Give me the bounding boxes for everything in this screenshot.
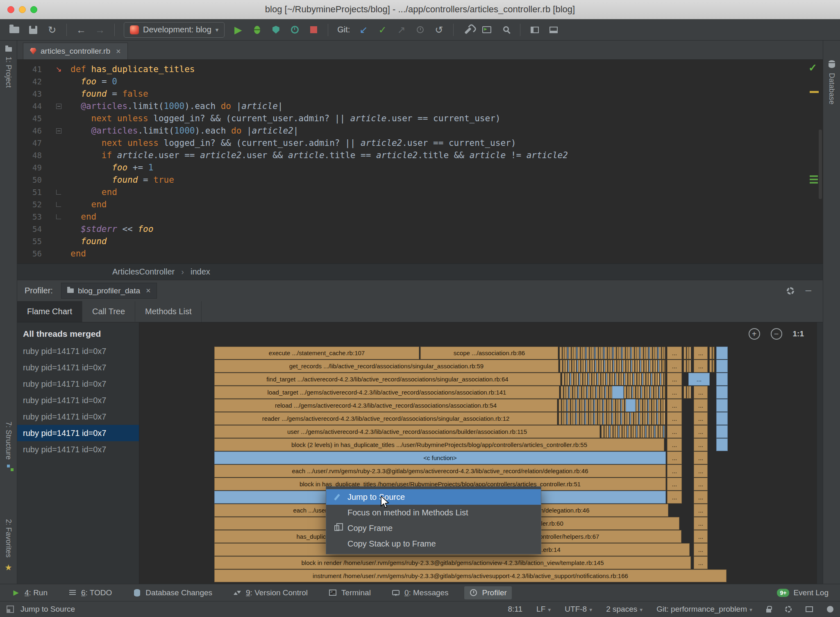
run-config-select[interactable]: Development: blog ▾ bbox=[124, 22, 225, 38]
flame-bar[interactable]: ... bbox=[667, 491, 682, 504]
sidebar-item-favorites[interactable]: 2: Favorites ★ bbox=[0, 519, 17, 572]
vcs-push-button[interactable]: ↗ bbox=[393, 22, 410, 38]
flame-bar[interactable]: execute .../statement_cache.rb:107 bbox=[214, 347, 419, 359]
toolwindow-button-9-version-control[interactable]: 9: Version Control bbox=[228, 586, 313, 599]
debug-button[interactable] bbox=[248, 22, 266, 38]
thread-item[interactable]: ruby pid=14171 id=0x7 bbox=[17, 343, 139, 359]
flame-bar[interactable]: ... bbox=[694, 360, 708, 372]
zoom-in-icon[interactable]: + bbox=[749, 328, 760, 340]
menu-item-jump-to-source[interactable]: Jump to Source bbox=[326, 489, 541, 505]
flame-bar[interactable]: ... bbox=[694, 530, 708, 543]
flame-bar[interactable]: ... bbox=[694, 556, 708, 569]
fullscreen-window-button[interactable] bbox=[30, 6, 37, 13]
thread-item[interactable]: ruby pid=14171 id=0x7 bbox=[17, 359, 139, 376]
toolwindow-button-profiler[interactable]: Profiler bbox=[464, 586, 512, 599]
editor-tab-articles-controller[interactable]: articles_controller.rb × bbox=[23, 43, 128, 59]
sidebar-item-project[interactable]: 1: Project bbox=[0, 47, 17, 88]
flame-bar[interactable]: reader .../gems/activerecord-4.2.3/lib/a… bbox=[214, 412, 557, 425]
flame-bar[interactable] bbox=[716, 425, 728, 438]
vcs-history-button[interactable] bbox=[411, 22, 429, 38]
screen-icon[interactable] bbox=[806, 606, 813, 612]
flame-bar[interactable]: ... bbox=[694, 425, 708, 438]
flame-bar[interactable]: user .../gems/activerecord-4.2.3/lib/act… bbox=[214, 425, 600, 438]
close-window-button[interactable] bbox=[7, 6, 14, 13]
tab-call-tree[interactable]: Call Tree bbox=[82, 301, 135, 322]
flame-bar[interactable]: ... bbox=[694, 412, 708, 425]
flame-bar[interactable]: ... bbox=[694, 478, 708, 490]
thread-item[interactable]: ruby pid=14171 id=0x7 bbox=[17, 392, 139, 408]
flame-bar[interactable] bbox=[716, 347, 728, 359]
flame-bar[interactable]: ... bbox=[667, 373, 682, 386]
menu-item-copy-stack-up-to-frame[interactable]: Copy Stack up to Frame bbox=[326, 536, 541, 551]
flame-bar[interactable]: ... bbox=[667, 399, 682, 412]
toolwindow-button-4-run[interactable]: ▶4: Run bbox=[7, 586, 52, 599]
forward-button[interactable]: → bbox=[91, 22, 109, 38]
flame-bar[interactable]: ... bbox=[694, 386, 708, 399]
toolwindow-button-event-log[interactable]: 9+ Event Log bbox=[772, 586, 833, 599]
flame-bar[interactable]: ... bbox=[694, 504, 708, 517]
thread-item[interactable]: ruby pid=14171 id=0x7 bbox=[17, 425, 139, 441]
minimize-window-button[interactable] bbox=[19, 6, 26, 13]
flame-bar[interactable]: ... bbox=[667, 425, 682, 438]
tab-methods-list[interactable]: Methods List bbox=[135, 301, 202, 322]
settings-button[interactable] bbox=[459, 22, 477, 38]
fold-icon[interactable] bbox=[56, 104, 61, 109]
lock-icon[interactable] bbox=[766, 609, 771, 612]
flame-bar[interactable]: ... bbox=[667, 347, 682, 359]
flame-bar[interactable] bbox=[612, 386, 624, 399]
flame-bar[interactable] bbox=[560, 360, 665, 372]
toolwindow-button-database-changes[interactable]: Database Changes bbox=[127, 586, 217, 599]
flame-bar[interactable] bbox=[709, 347, 715, 359]
zoom-reset-button[interactable]: 1:1 bbox=[793, 329, 804, 338]
flame-bar[interactable] bbox=[716, 373, 728, 386]
vcs-update-button[interactable]: ↙ bbox=[355, 22, 372, 38]
flame-bar[interactable]: ... bbox=[667, 478, 682, 490]
flame-bar[interactable]: ... bbox=[667, 412, 682, 425]
toolwindow-button-terminal[interactable]: Terminal bbox=[323, 586, 376, 599]
flame-bar[interactable]: ... bbox=[667, 386, 682, 399]
settings-gear-icon[interactable] bbox=[785, 606, 792, 612]
flame-bar[interactable] bbox=[716, 360, 728, 372]
flame-bar[interactable] bbox=[626, 399, 636, 412]
inspector-icon[interactable] bbox=[827, 606, 833, 612]
flame-bar[interactable]: scope .../association.rb:86 bbox=[420, 347, 558, 359]
flame-bar[interactable]: ... bbox=[694, 543, 708, 556]
menu-item-copy-frame[interactable]: Copy Frame bbox=[326, 520, 541, 536]
hide-panel-icon[interactable]: ─ bbox=[806, 286, 811, 295]
flame-bar[interactable]: ... bbox=[688, 373, 710, 386]
restore-layout-button[interactable] bbox=[526, 22, 543, 38]
flame-bar[interactable]: block in render /home/user/.rvm/gems/rub… bbox=[214, 556, 691, 569]
flame-bar[interactable] bbox=[716, 438, 728, 451]
hide-windows-button[interactable] bbox=[545, 22, 562, 38]
status-widget-2-spaces[interactable]: 2 spaces▾ bbox=[606, 605, 642, 614]
status-widget-8-11[interactable]: 8:11 bbox=[508, 605, 523, 614]
flame-bar[interactable] bbox=[558, 412, 665, 425]
flame-bar[interactable]: ... bbox=[694, 491, 708, 504]
console-button[interactable] bbox=[478, 22, 495, 38]
flame-bar[interactable] bbox=[559, 347, 665, 359]
flame-bar[interactable]: ... bbox=[667, 360, 682, 372]
flame-chart-area[interactable]: + − 1:1 execute .../statement_cache.rb:1… bbox=[139, 322, 823, 584]
flame-bar[interactable]: each .../user/.rvm/gems/ruby-2.3.3@gitla… bbox=[214, 465, 666, 477]
fold-icon[interactable] bbox=[56, 128, 61, 134]
gear-icon[interactable] bbox=[787, 287, 794, 295]
status-widget-git-performance-problem[interactable]: Git: performance_problem▾ bbox=[656, 605, 752, 614]
flame-bar[interactable] bbox=[562, 373, 665, 386]
flame-bar[interactable]: get_records .../lib/active_record/associ… bbox=[214, 360, 558, 372]
search-everywhere-button[interactable] bbox=[497, 22, 514, 38]
flame-bar[interactable] bbox=[683, 386, 692, 399]
code-editor[interactable]: 41↘def has_duplicate_titles42 foo = 043 … bbox=[17, 60, 823, 263]
flame-bar[interactable]: ... bbox=[694, 438, 708, 451]
toolwindow-button-0-messages[interactable]: 0: Messages bbox=[386, 586, 454, 599]
flame-bar[interactable] bbox=[716, 386, 728, 399]
flame-bar[interactable]: ... bbox=[667, 465, 682, 477]
flame-bar[interactable]: ... bbox=[694, 451, 708, 464]
run-with-profiler-button[interactable] bbox=[286, 22, 303, 38]
toolwindow-toggle-icon[interactable] bbox=[7, 606, 14, 613]
save-all-button[interactable] bbox=[25, 22, 42, 38]
flame-bar[interactable]: ... bbox=[667, 438, 682, 451]
flame-bar[interactable]: ... bbox=[667, 451, 682, 464]
fold-end-icon[interactable] bbox=[56, 214, 61, 219]
flame-bar[interactable] bbox=[709, 360, 715, 372]
toolwindow-button-6-todo[interactable]: 6: TODO bbox=[63, 586, 117, 599]
